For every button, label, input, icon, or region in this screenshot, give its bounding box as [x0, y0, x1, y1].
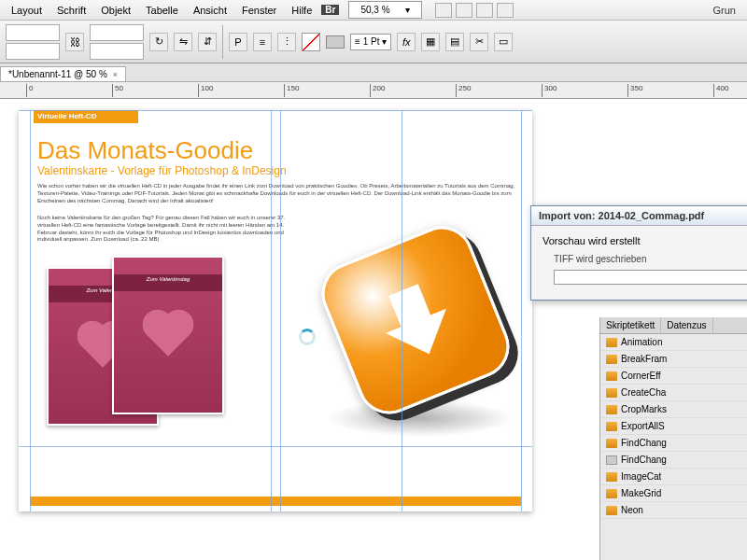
- list-item: BreakFram: [600, 351, 747, 368]
- list-item: CropMarks: [600, 401, 747, 418]
- page-subhead: Valentinskarte - Vorlage für Photoshop &…: [37, 164, 287, 177]
- script-icon: [606, 371, 617, 381]
- flip-h-icon[interactable]: ⇋: [174, 33, 192, 51]
- wrap-icon-2[interactable]: ▤: [445, 33, 464, 51]
- busy-spinner-icon: [299, 329, 316, 345]
- list-item: Animation: [600, 334, 747, 351]
- body-text-2: Noch keine Valentinskarte für den großen…: [37, 215, 299, 244]
- panel-tab-skriptetikett[interactable]: Skriptetikett: [600, 317, 661, 333]
- page: Virtuelle Heft-CD Das Monats-Goodie Vale…: [19, 110, 532, 511]
- control-toolbar: ⛓ ↻ ⇋ ⇵ P ≡ ⋮ ≡ 1 Pt ▾ fx ▦ ▤ ✂ ▭: [0, 21, 747, 63]
- arrow-down-icon: [373, 277, 458, 362]
- list-item: FindChang: [600, 452, 747, 469]
- list-item: CreateCha: [600, 385, 747, 401]
- stroke-weight[interactable]: ≡ 1 Pt ▾: [350, 34, 391, 50]
- menu-tabelle[interactable]: Tabelle: [140, 3, 184, 18]
- wrap-icon-1[interactable]: ▦: [421, 33, 440, 51]
- page-headline: Das Monats-Goodie: [37, 136, 253, 165]
- script-icon: [606, 405, 617, 414]
- view-icon-3[interactable]: [476, 3, 493, 18]
- close-tab-icon[interactable]: ×: [113, 70, 118, 79]
- menu-hilfe[interactable]: Hilfe: [286, 3, 317, 18]
- workspace-label[interactable]: Grun: [708, 3, 741, 18]
- script-icon: [606, 422, 617, 431]
- view-icon-2[interactable]: [456, 3, 472, 18]
- document-tabs: *Unbenannt-11 @ 50 %×: [0, 63, 747, 82]
- folder-icon: [606, 455, 617, 465]
- crop-icon[interactable]: ✂: [470, 33, 488, 51]
- link-icon[interactable]: ⛓: [65, 33, 84, 51]
- dialog-status-2: TIFF wird geschrieben: [543, 254, 747, 264]
- script-icon: [606, 472, 617, 482]
- list-item: CornerEff: [600, 368, 747, 385]
- card-front: Zum Valentinstag: [112, 256, 224, 414]
- download-logo: [299, 231, 514, 446]
- script-icon: [606, 506, 617, 515]
- script-icon: [606, 338, 617, 347]
- view-icon-1[interactable]: [435, 3, 452, 18]
- list-item: ExportAllS: [600, 418, 747, 435]
- view-icon-4[interactable]: [497, 3, 514, 18]
- script-icon: [606, 489, 617, 498]
- chevron-down-icon: ▾: [400, 3, 416, 17]
- frame-icon[interactable]: ▭: [494, 33, 513, 51]
- rotate-icon[interactable]: ↻: [149, 33, 168, 51]
- h-field[interactable]: [90, 43, 144, 60]
- zoom-dropdown[interactable]: 50,3 %▾: [348, 1, 421, 19]
- menubar: Layout Schrift Objekt Tabelle Ansicht Fe…: [0, 0, 747, 21]
- list-item: MakeGrid: [600, 485, 747, 502]
- align-icon[interactable]: ≡: [253, 33, 272, 51]
- panel-tab-datenzus[interactable]: Datenzus: [661, 317, 712, 333]
- page-banner: Virtuelle Heft-CD: [34, 110, 138, 123]
- dialog-title: Import von: 2014-02_Commag.pdf: [531, 206, 747, 226]
- menu-objekt[interactable]: Objekt: [95, 3, 136, 18]
- w-field[interactable]: [90, 24, 144, 41]
- script-icon: [606, 439, 617, 448]
- y-field[interactable]: [6, 43, 60, 60]
- menu-schrift[interactable]: Schrift: [51, 3, 92, 18]
- progress-bar: [554, 270, 747, 285]
- text-tool-icon[interactable]: P: [229, 33, 247, 51]
- stroke-swatch[interactable]: [326, 35, 345, 49]
- fill-swatch[interactable]: [302, 33, 320, 51]
- menu-layout[interactable]: Layout: [6, 3, 48, 18]
- x-field[interactable]: [6, 24, 60, 41]
- menu-fenster[interactable]: Fenster: [236, 3, 282, 18]
- scripts-panel: Skriptetikett Datenzus Animation BreakFr…: [599, 317, 747, 560]
- scripts-list[interactable]: Animation BreakFram CornerEff CreateCha …: [600, 334, 747, 519]
- list-item: Neon: [600, 502, 747, 519]
- list-item: ImageCat: [600, 469, 747, 485]
- dialog-status-1: Vorschau wird erstellt: [543, 235, 747, 246]
- view-mode-icons: [435, 3, 514, 18]
- document-tab[interactable]: *Unbenannt-11 @ 50 %×: [0, 66, 126, 81]
- flip-v-icon[interactable]: ⇵: [198, 33, 217, 51]
- script-icon: [606, 355, 617, 364]
- import-dialog: Import von: 2014-02_Commag.pdf Vorschau …: [530, 205, 747, 301]
- page-footer-bar: [30, 497, 521, 506]
- bridge-icon[interactable]: Br: [321, 5, 339, 15]
- fx-icon[interactable]: fx: [397, 33, 416, 51]
- horizontal-ruler: 0 50 100 150 200 250 300 350 400: [0, 82, 747, 99]
- distribute-icon[interactable]: ⋮: [277, 33, 296, 51]
- list-item: FindChang: [600, 435, 747, 452]
- script-icon: [606, 388, 617, 398]
- menu-ansicht[interactable]: Ansicht: [188, 3, 233, 18]
